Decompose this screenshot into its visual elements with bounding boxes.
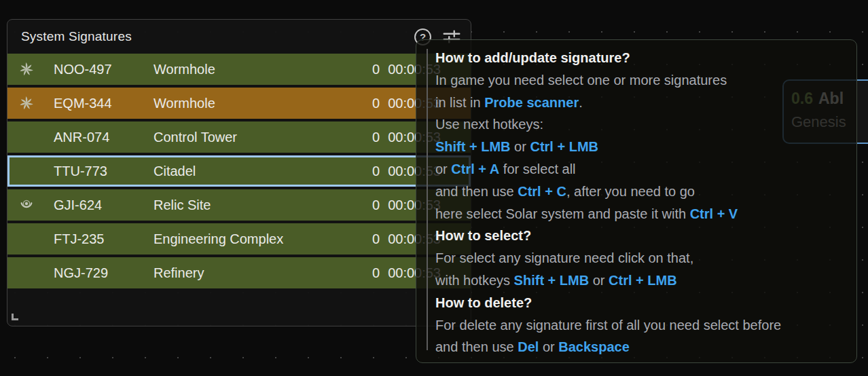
relic-site-icon (18, 197, 35, 213)
panel-header: System Signatures ? (7, 20, 471, 54)
tooltip-text: or (511, 139, 530, 154)
tooltip-content: How to add/update signature?In game you … (416, 40, 856, 358)
hotkey-label: Ctrl + LMB (609, 273, 677, 288)
resize-handle[interactable] (12, 314, 18, 320)
signature-type: Relic Site (153, 198, 372, 213)
tooltip-line: For delete any signature first of all yo… (435, 314, 844, 337)
hotkey-label: Probe scanner (484, 95, 579, 110)
tooltip-text: or (539, 339, 558, 354)
tooltip-line: How to select? (435, 225, 844, 247)
signature-id: ANR-074 (54, 130, 153, 145)
signature-row[interactable]: ANR-074Control Tower000:00:53 (7, 121, 471, 153)
tooltip-text: . (579, 95, 583, 110)
help-tooltip: How to add/update signature?In game you … (416, 39, 857, 363)
system-signatures-panel: System Signatures ? NOO-497Wormhole000:0… (7, 19, 471, 326)
hotkey-label: Del (518, 339, 539, 354)
tooltip-accent-bar (427, 49, 428, 350)
signature-count: 0 (372, 265, 380, 281)
tooltip-line: with hotkeys Shift + LMB or Ctrl + LMB (435, 269, 844, 292)
tooltip-text: and then use (435, 184, 518, 199)
wormhole-icon (18, 95, 35, 111)
no-icon (18, 129, 35, 145)
wormhole-glyph (18, 95, 35, 111)
wormhole-icon (18, 61, 35, 77)
signature-type: Citadel (153, 164, 372, 179)
hotkey-label: Shift + LMB (435, 139, 511, 154)
signature-type: Control Tower (153, 130, 372, 145)
tooltip-line: In game you need select one or more sign… (435, 69, 844, 92)
tooltip-line: and then use Ctrl + C, after you need to… (435, 181, 844, 203)
map-canvas[interactable]: { "panel": { "title": "System Signatures… (0, 0, 868, 376)
tooltip-text: and then use (435, 339, 518, 354)
no-icon (18, 231, 35, 247)
tooltip-text: For delete any signature first of all yo… (435, 318, 781, 333)
tooltip-text: with hotkeys (435, 273, 514, 288)
wormhole-glyph (18, 61, 35, 77)
signature-row[interactable]: TTU-773Citadel000:00:53 (7, 155, 471, 187)
relic-glyph (18, 197, 35, 213)
tooltip-line: in list in Probe scanner. (435, 92, 844, 114)
tooltip-text: , after you need to go (566, 184, 695, 199)
hotkey-label: Shift + LMB (514, 273, 590, 288)
tooltip-heading: How to delete? (435, 295, 532, 310)
hotkey-label: Ctrl + C (518, 184, 566, 199)
signature-id: EQM-344 (54, 96, 153, 111)
tooltip-text: or (435, 162, 451, 176)
tooltip-line: How to delete? (435, 292, 844, 314)
panel-title: System Signatures (21, 29, 132, 44)
tooltip-heading: How to select? (435, 228, 531, 243)
signature-type: Engineering Complex (153, 231, 372, 247)
signature-count: 0 (372, 231, 380, 247)
tooltip-line: here select Solar system and paste it wi… (435, 203, 844, 225)
tooltip-text: For select any signature need click on t… (435, 250, 693, 265)
tooltip-text: for select all (499, 162, 575, 176)
tooltip-line: Use next hotkeys: (435, 113, 844, 136)
signature-count: 0 (372, 164, 380, 179)
tooltip-line: and then use Del or Backspace (435, 336, 844, 358)
tooltip-text: here select Solar system and paste it wi… (435, 206, 690, 221)
signature-row[interactable]: NOO-497Wormhole000:00:53 (7, 54, 471, 85)
tooltip-text: or (589, 273, 609, 288)
signature-id: GJI-624 (54, 198, 153, 213)
tooltip-line: or Ctrl + A for select all (435, 158, 844, 181)
no-icon (18, 265, 35, 281)
signature-table: NOO-497Wormhole000:00:53 EQM-344Wormhole… (7, 54, 471, 288)
signature-type: Wormhole (153, 62, 372, 77)
signature-count: 0 (372, 130, 380, 145)
tooltip-line: Shift + LMB or Ctrl + LMB (435, 136, 844, 158)
tooltip-text: In game you need select one or more sign… (435, 73, 727, 88)
signature-count: 0 (372, 198, 380, 213)
signature-count: 0 (372, 62, 380, 77)
tooltip-text: Use next hotkeys: (435, 117, 543, 132)
signature-row[interactable]: NGJ-729Refinery000:00:53 (7, 257, 471, 288)
tooltip-text: in list in (435, 95, 484, 110)
signature-id: TTU-773 (54, 164, 153, 179)
signature-type: Refinery (153, 265, 372, 281)
signature-id: FTJ-235 (54, 231, 153, 247)
signature-id: NOO-497 (54, 62, 153, 77)
no-icon (18, 163, 35, 179)
hotkey-label: Ctrl + A (451, 162, 499, 176)
signature-count: 0 (372, 96, 380, 111)
tooltip-heading: How to add/update signature? (435, 50, 630, 65)
hotkey-label: Backspace (558, 339, 630, 354)
tooltip-line: How to add/update signature? (435, 47, 844, 69)
tooltip-line: For select any signature need click on t… (435, 247, 844, 269)
signature-type: Wormhole (153, 96, 372, 111)
signature-row[interactable]: FTJ-235Engineering Complex000:00:53 (7, 223, 471, 255)
hotkey-label: Ctrl + LMB (530, 139, 598, 154)
hotkey-label: Ctrl + V (690, 206, 738, 221)
signature-row[interactable]: EQM-344Wormhole000:00:53 (7, 88, 471, 119)
signature-row[interactable]: GJI-624Relic Site000:00:53 (7, 189, 471, 221)
signature-id: NGJ-729 (54, 265, 153, 281)
